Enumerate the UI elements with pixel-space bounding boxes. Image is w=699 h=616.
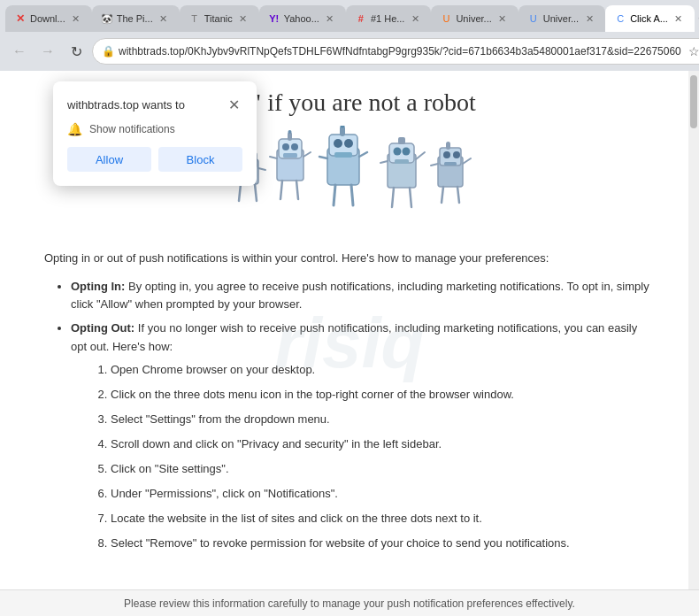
- svg-rect-36: [395, 159, 409, 164]
- step-8: Select "Remove" to revoke permission for…: [111, 534, 655, 553]
- bullet-item-0: Opting In: By opting in, you agree to re…: [71, 278, 655, 315]
- bullet-bold-0: Opting In:: [71, 280, 125, 293]
- popup-notification-row: 🔔 Show notifications: [67, 122, 242, 136]
- notification-popup: withbtrads.top wants to ✕ 🔔 Show notific…: [53, 81, 257, 186]
- address-bar: ← → ↻ 🔒 withbtrads.top/0KhJybv9vRlTNpQef…: [0, 32, 699, 71]
- svg-point-34: [394, 148, 402, 156]
- svg-rect-25: [334, 152, 352, 158]
- lock-icon: 🔒: [102, 45, 115, 58]
- svg-line-18: [296, 181, 298, 199]
- step-2: Click on the three dots menu icon in the…: [111, 385, 655, 404]
- footer-text: Please review this information carefully…: [124, 597, 575, 610]
- svg-line-37: [380, 161, 388, 163]
- browser-chrome: ✕ Downl... ✕ 🐼 The Pi... ✕ T Titanic ✕ Y…: [0, 0, 699, 71]
- svg-point-35: [403, 148, 411, 156]
- svg-line-48: [463, 158, 471, 164]
- step-6: Under "Permissions", click on "Notificat…: [111, 484, 655, 504]
- tab-univer2[interactable]: U Univer... ✕: [518, 5, 605, 32]
- bullet-bold-1: Opting Out:: [71, 321, 134, 335]
- svg-line-29: [351, 185, 353, 205]
- tab-close-titanic[interactable]: ✕: [236, 12, 250, 26]
- tab-favicon-downloads: ✕: [14, 12, 27, 25]
- tab-close-click[interactable]: ✕: [672, 12, 686, 26]
- svg-point-20: [288, 130, 292, 134]
- forward-button[interactable]: →: [35, 39, 60, 64]
- scrollbar[interactable]: [688, 71, 699, 616]
- tab-favicon-titanic: T: [188, 12, 201, 25]
- tab-click[interactable]: C Click A... ✕: [605, 5, 695, 32]
- tab-favicon-click: C: [614, 12, 626, 25]
- tab-label-panda: The Pi...: [117, 13, 153, 24]
- svg-point-45: [453, 151, 460, 158]
- body-intro: Opting in or out of push notifications i…: [44, 250, 655, 267]
- bell-icon: 🔔: [67, 122, 82, 136]
- svg-line-40: [410, 188, 411, 207]
- svg-rect-41: [398, 137, 405, 144]
- tab-label-univer2: Univer...: [543, 13, 579, 24]
- svg-rect-51: [446, 142, 450, 150]
- svg-line-8: [255, 184, 257, 201]
- footer: Please review this information carefully…: [0, 589, 699, 616]
- svg-point-24: [344, 139, 353, 148]
- bookmark-icon[interactable]: ☆: [685, 44, 699, 58]
- svg-line-28: [334, 185, 335, 205]
- address-input[interactable]: 🔒 withbtrads.top/0KhJybv9vRlTNpQefsTDHLF…: [92, 38, 699, 65]
- tab-favicon-univer1: U: [440, 12, 452, 25]
- tab-downloads[interactable]: ✕ Downl... ✕: [5, 5, 92, 32]
- step-4: Scroll down and click on "Privacy and se…: [111, 435, 655, 454]
- tab-close-downloads[interactable]: ✕: [69, 12, 83, 26]
- allow-button[interactable]: Allow: [67, 147, 151, 172]
- tab-close-hash[interactable]: ✕: [408, 12, 422, 26]
- tab-panda[interactable]: 🐼 The Pi... ✕: [92, 5, 180, 32]
- tab-label-yahoo: Yahoo...: [284, 13, 319, 24]
- svg-line-49: [442, 187, 443, 203]
- ordered-list: Open Chrome browser on your desktop. Cli…: [71, 360, 655, 554]
- page-content: risiq withbtrads.top wants to ✕ 🔔 Show n…: [0, 71, 699, 616]
- svg-line-39: [392, 188, 394, 207]
- svg-line-27: [359, 152, 367, 157]
- address-text: withbtrads.top/0KhJybv9vRlTNpQefsTDHLF6W…: [119, 45, 681, 58]
- tab-titanic[interactable]: T Titanic ✕: [180, 5, 259, 32]
- tab-favicon-yahoo: Y!: [268, 12, 280, 25]
- tab-close-univer2[interactable]: ✕: [582, 12, 596, 26]
- bullet-item-1: Opting Out: If you no longer wish to rec…: [71, 320, 655, 553]
- step-7: Locate the website in the list of sites …: [111, 509, 655, 528]
- svg-line-16: [303, 152, 311, 157]
- popup-close-button[interactable]: ✕: [225, 96, 242, 113]
- svg-point-23: [334, 139, 342, 148]
- tab-close-panda[interactable]: ✕: [157, 12, 171, 26]
- block-button[interactable]: Block: [158, 147, 242, 172]
- tab-yahoo[interactable]: Y! Yahoo... ✕: [259, 5, 346, 32]
- tab-univer1[interactable]: U Univer... ✕: [431, 5, 518, 32]
- step-1: Open Chrome browser on your desktop.: [111, 360, 655, 380]
- back-button[interactable]: ←: [7, 39, 32, 64]
- svg-rect-14: [283, 153, 297, 158]
- svg-line-6: [258, 168, 265, 170]
- svg-line-47: [431, 164, 438, 166]
- popup-notification-label: Show notifications: [89, 123, 175, 135]
- tab-label-hash: #1 He...: [371, 13, 405, 24]
- svg-point-13: [291, 143, 298, 150]
- svg-line-38: [416, 152, 425, 159]
- step-3: Select "Settings" from the dropdown menu…: [111, 410, 655, 429]
- tab-favicon-univer2: U: [527, 12, 540, 25]
- robots-svg: [217, 126, 482, 232]
- scrollbar-thumb[interactable]: [690, 75, 697, 128]
- tab-close-yahoo[interactable]: ✕: [323, 12, 337, 26]
- refresh-button[interactable]: ↻: [64, 39, 88, 64]
- tab-label-univer1: Univer...: [456, 13, 491, 24]
- svg-rect-46: [444, 162, 457, 166]
- tab-favicon-panda: 🐼: [101, 12, 113, 25]
- tab-hash[interactable]: # #1 He... ✕: [346, 5, 432, 32]
- svg-line-26: [319, 157, 327, 158]
- bullet-text-0: By opting in, you agree to receive push …: [71, 280, 649, 312]
- bullet-text-1: If you no longer wish to receive push no…: [71, 321, 637, 353]
- tab-bar: ✕ Downl... ✕ 🐼 The Pi... ✕ T Titanic ✕ Y…: [0, 0, 699, 32]
- tab-label-click: Click A...: [630, 13, 668, 24]
- svg-point-12: [282, 143, 289, 150]
- step-5: Click on "Site settings".: [111, 459, 655, 479]
- popup-title: withbtrads.top wants to: [67, 98, 185, 112]
- tab-label-titanic: Titanic: [204, 13, 233, 24]
- svg-point-44: [443, 151, 450, 158]
- tab-close-univer1[interactable]: ✕: [495, 12, 510, 26]
